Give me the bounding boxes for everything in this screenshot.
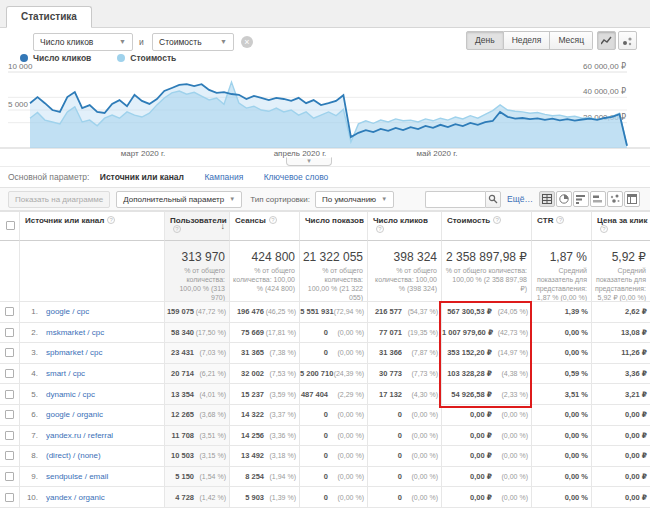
ctr-cell: 0,00 % bbox=[532, 405, 592, 426]
source-cell: 7.yandex.ru / referral bbox=[20, 426, 165, 447]
search-input[interactable] bbox=[425, 191, 485, 208]
header-clicks[interactable]: Число кликов? bbox=[368, 211, 442, 241]
clicks-cell: 216 577(54,37 %) bbox=[368, 302, 442, 323]
sessions-value: 13 492 bbox=[241, 451, 264, 460]
row-checkbox[interactable] bbox=[5, 328, 14, 337]
impressions-cell: 0(0,00 %) bbox=[300, 343, 368, 364]
cost-cell: 567 300,53 ₽(24,05 %) bbox=[442, 302, 532, 323]
performance-view-icon[interactable] bbox=[573, 191, 589, 207]
sessions-value: 75 669 bbox=[241, 328, 264, 337]
header-cpc[interactable]: Цена за клик? bbox=[592, 211, 650, 241]
svg-text:май 2020 г.: май 2020 г. bbox=[417, 149, 458, 158]
header-cost[interactable]: Стоимость? bbox=[442, 211, 532, 241]
header-source-channel[interactable]: Источник или канал? bbox=[20, 211, 165, 241]
clicks-percent: (54,37 %) bbox=[402, 308, 438, 315]
clicks-cell: 77 071(19,35 %) bbox=[368, 323, 442, 344]
sort-type-dropdown[interactable]: По умолчанию▼ bbox=[315, 191, 394, 208]
users-percent: (47,72 %) bbox=[194, 308, 226, 315]
percent-view-icon[interactable] bbox=[556, 191, 572, 207]
dimension-keyword-link[interactable]: Ключевое слово bbox=[264, 172, 329, 182]
term-cloud-view-icon[interactable] bbox=[607, 191, 623, 207]
chart-collapse-handle[interactable]: ▾ bbox=[286, 157, 332, 166]
clicks-value: 216 577 bbox=[375, 307, 402, 316]
cost-value: 54 926,58 ₽ bbox=[451, 390, 492, 399]
line-chart-icon[interactable] bbox=[597, 31, 616, 50]
total-clicks: 398 324 bbox=[370, 250, 437, 264]
granularity-day-button[interactable]: День bbox=[466, 31, 504, 50]
secondary-dimension-dropdown[interactable]: Дополнительный параметр▼ bbox=[116, 191, 242, 208]
total-note: % от общего количества: 100,00 % (398 32… bbox=[370, 266, 437, 293]
search-icon[interactable] bbox=[485, 191, 501, 208]
comparison-view-icon[interactable] bbox=[590, 191, 606, 207]
show-on-chart-button[interactable]: Показать на диаграмме bbox=[8, 191, 110, 208]
help-icon[interactable]: ? bbox=[173, 225, 181, 233]
metric1-dropdown[interactable]: Число кликов▼ bbox=[33, 33, 133, 51]
sessions-percent: (3,37 %) bbox=[264, 411, 296, 418]
cost-value: 1 007 979,60 ₽ bbox=[442, 328, 493, 337]
cost-value: 0,00 ₽ bbox=[470, 431, 492, 440]
row-checkbox[interactable] bbox=[5, 493, 14, 502]
sessions-percent: (3,59 %) bbox=[264, 391, 296, 398]
row-checkbox[interactable] bbox=[5, 348, 14, 357]
dimension-campaign-link[interactable]: Кампания bbox=[204, 172, 243, 182]
row-checkbox[interactable] bbox=[5, 390, 14, 399]
metric2-dropdown[interactable]: Стоимость▼ bbox=[152, 33, 234, 51]
total-users: 313 970 bbox=[167, 250, 225, 264]
sessions-cell: 8 254(1,94 %) bbox=[230, 467, 300, 488]
source-link[interactable]: mskmarket / cpc bbox=[46, 328, 104, 337]
ctr-cell: 0,00 % bbox=[532, 426, 592, 447]
dimension-source-channel[interactable]: Источник или канал bbox=[100, 172, 184, 182]
ctr-cell: 1,39 % bbox=[532, 302, 592, 323]
header-users[interactable]: Пользователи?↓ bbox=[165, 211, 230, 241]
ctr-cell: 0,00 % bbox=[532, 323, 592, 344]
source-link[interactable]: dynamic / cpc bbox=[46, 390, 95, 399]
row-checkbox[interactable] bbox=[5, 472, 14, 481]
row-checkbox[interactable] bbox=[5, 410, 14, 419]
header-impressions[interactable]: Число показов? bbox=[300, 211, 368, 241]
users-value: 11 708 bbox=[171, 431, 194, 440]
source-link[interactable]: smart / cpc bbox=[46, 369, 85, 378]
motion-chart-icon[interactable] bbox=[618, 31, 637, 50]
source-link[interactable]: spbmarket / cpc bbox=[46, 348, 102, 357]
source-link[interactable]: yandex.ru / referral bbox=[46, 431, 113, 440]
sessions-value: 8 254 bbox=[245, 472, 264, 481]
cost-value: 0,00 ₽ bbox=[470, 472, 492, 481]
source-link[interactable]: google / organic bbox=[46, 410, 103, 419]
table-row: 5.dynamic / cpc13 354(4,01 %)15 237(3,59… bbox=[0, 384, 650, 405]
source-link[interactable]: google / cpc bbox=[46, 307, 89, 316]
source-cell: 5.dynamic / cpc bbox=[20, 384, 165, 405]
row-checkbox[interactable] bbox=[5, 307, 14, 316]
source-link[interactable]: sendpulse / email bbox=[46, 472, 108, 481]
help-icon[interactable]: ? bbox=[107, 216, 115, 224]
row-checkbox[interactable] bbox=[5, 369, 14, 378]
remove-metric-icon[interactable]: × bbox=[241, 36, 253, 48]
header-sessions[interactable]: Сеансы? bbox=[230, 211, 300, 241]
source-link[interactable]: yandex / organic bbox=[46, 493, 105, 502]
tab-statistics[interactable]: Статистика bbox=[6, 6, 92, 28]
cpc-cell: 0,00 ₽ bbox=[592, 467, 650, 488]
row-number: 9. bbox=[20, 472, 38, 481]
source-link[interactable]: (direct) / (none) bbox=[46, 451, 101, 460]
pivot-view-icon[interactable] bbox=[624, 191, 640, 207]
help-icon[interactable]: ? bbox=[376, 225, 384, 233]
users-cell: 20 714(6,21 %) bbox=[165, 364, 230, 385]
impressions-cell: 487 404(2,29 %) bbox=[300, 384, 368, 405]
help-icon[interactable]: ? bbox=[493, 216, 501, 224]
more-link[interactable]: Ещё… bbox=[507, 194, 533, 204]
help-icon[interactable]: ? bbox=[556, 216, 564, 224]
granularity-month-button[interactable]: Месяц bbox=[550, 31, 593, 50]
sort-descending-icon[interactable]: ↓ bbox=[221, 221, 226, 231]
cost-cell: 0,00 ₽(0,00 %) bbox=[442, 405, 532, 426]
row-checkbox[interactable] bbox=[5, 431, 14, 440]
row-checkbox[interactable] bbox=[5, 451, 14, 460]
help-icon[interactable]: ? bbox=[269, 216, 277, 224]
help-icon[interactable]: ? bbox=[600, 225, 608, 233]
select-all-checkbox[interactable] bbox=[6, 221, 15, 230]
cost-cell: 0,00 ₽(0,00 %) bbox=[442, 426, 532, 447]
total-note: % от общего количества: 100,00 % (424 80… bbox=[232, 266, 295, 293]
data-table-view-icon[interactable] bbox=[539, 191, 555, 207]
granularity-week-button[interactable]: Неделя bbox=[504, 31, 551, 50]
clicks-percent: (0,00 %) bbox=[402, 411, 438, 418]
sessions-percent: (7,38 %) bbox=[264, 349, 296, 356]
header-ctr[interactable]: CTR? bbox=[532, 211, 592, 241]
